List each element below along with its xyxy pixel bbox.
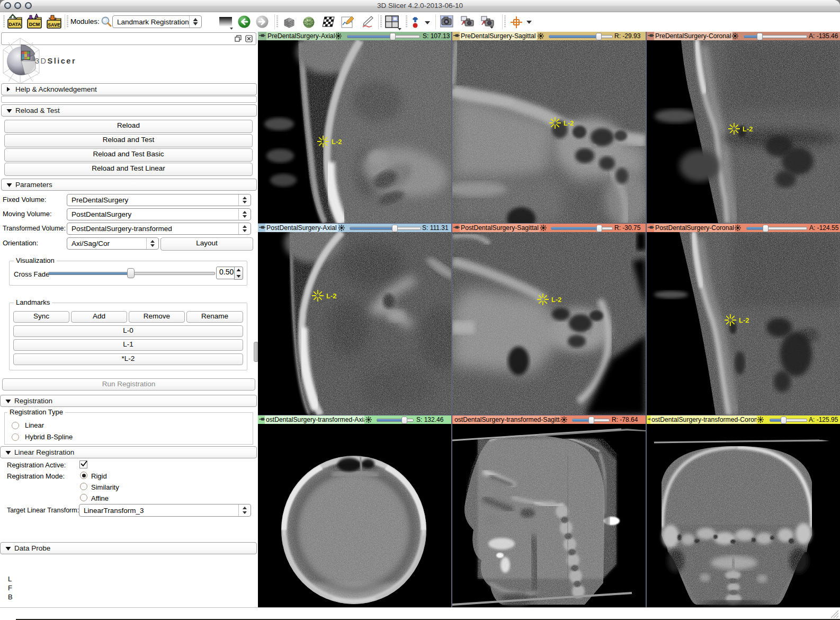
svg-text:L-2: L-2: [551, 296, 562, 304]
svg-text:L-2: L-2: [326, 292, 337, 300]
svg-text:DATA: DATA: [8, 22, 21, 27]
svg-text:SAVE: SAVE: [48, 22, 60, 28]
svg-text:L-2: L-2: [332, 138, 342, 146]
svg-text:L-2: L-2: [743, 125, 753, 133]
svg-text:3DSlicer: 3DSlicer: [35, 57, 76, 65]
svg-text:L-2: L-2: [564, 119, 574, 127]
svg-text:DCM: DCM: [29, 22, 40, 27]
svg-text:L-2: L-2: [739, 316, 749, 324]
